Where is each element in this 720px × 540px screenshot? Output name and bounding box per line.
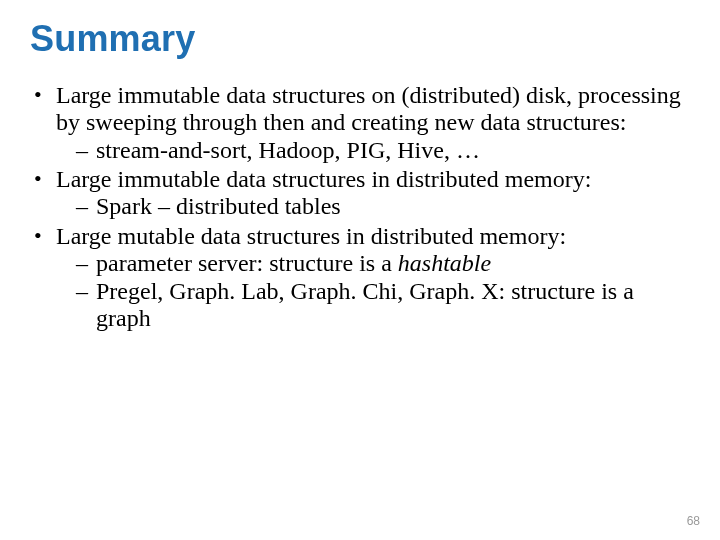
sub-item: Spark – distributed tables xyxy=(76,193,688,220)
sub-text: Pregel, Graph. Lab, Graph. Chi, Graph. X… xyxy=(96,278,634,331)
sub-text: Spark – distributed tables xyxy=(96,193,341,219)
sub-text: stream-and-sort, Hadoop, PIG, Hive, … xyxy=(96,137,480,163)
bullet-item: Large mutable data structures in distrib… xyxy=(30,223,688,332)
sub-list: parameter server: structure is a hashtab… xyxy=(56,250,688,332)
sub-list: stream-and-sort, Hadoop, PIG, Hive, … xyxy=(56,137,688,164)
sub-list: Spark – distributed tables xyxy=(56,193,688,220)
bullet-item: Large immutable data structures on (dist… xyxy=(30,82,688,164)
sub-text-italic: hashtable xyxy=(398,250,491,276)
sub-text: parameter server: structure is a xyxy=(96,250,398,276)
slide: Summary Large immutable data structures … xyxy=(0,0,720,540)
sub-item: Pregel, Graph. Lab, Graph. Chi, Graph. X… xyxy=(76,278,688,333)
sub-item: stream-and-sort, Hadoop, PIG, Hive, … xyxy=(76,137,688,164)
bullet-text: Large immutable data structures on (dist… xyxy=(56,82,681,135)
bullet-text: Large mutable data structures in distrib… xyxy=(56,223,566,249)
sub-item: parameter server: structure is a hashtab… xyxy=(76,250,688,277)
bullet-item: Large immutable data structures in distr… xyxy=(30,166,688,221)
slide-title: Summary xyxy=(30,18,692,60)
page-number: 68 xyxy=(687,514,700,528)
bullet-list: Large immutable data structures on (dist… xyxy=(28,82,692,332)
bullet-text: Large immutable data structures in distr… xyxy=(56,166,591,192)
